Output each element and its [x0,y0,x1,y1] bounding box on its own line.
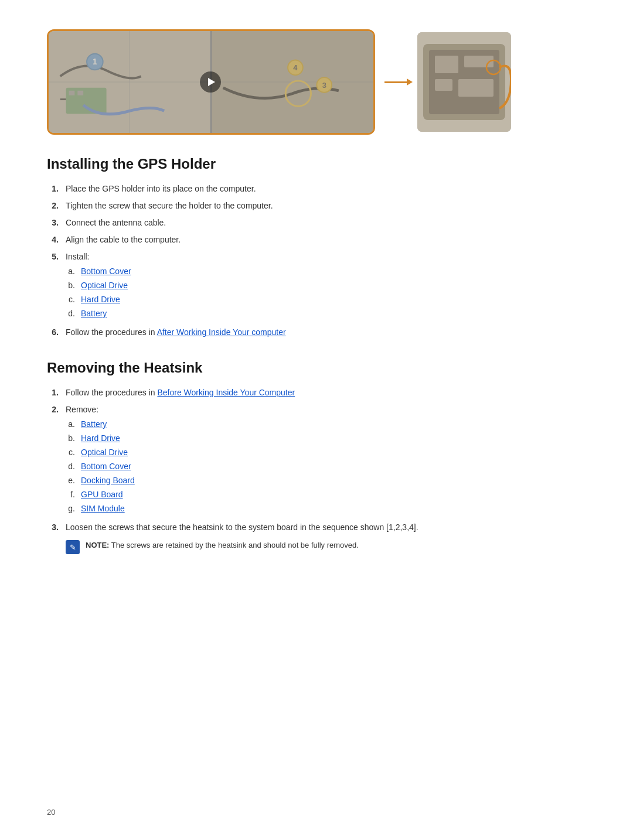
sub-label: b. [66,279,75,292]
main-diagram: 1 3 4 [47,29,375,135]
note-box: NOTE: The screws are retained by the hea… [66,539,586,554]
svg-rect-19 [435,56,458,73]
installing-gps-section: Installing the GPS Holder 1. Place the G… [47,156,586,339]
docking-board-link[interactable]: Docking Board [81,476,135,485]
page-number: 20 [47,808,55,817]
sub-list-item: e. Docking Board [66,474,586,487]
step-num: 3. [47,217,59,229]
sub-item-text: Bottom Cover [81,265,131,278]
removing-heatsink-title: Removing the Heatsink [47,360,586,376]
sub-list-item: b. Optical Drive [66,279,586,292]
diagram-section: 1 3 4 [47,29,586,135]
sub-item-text: Optical Drive [81,279,128,292]
play-icon[interactable] [200,71,221,93]
step-content: Follow the procedures in Before Working … [66,387,586,399]
step-content: Install: a. Bottom Cover b. Optical Driv… [66,251,586,322]
svg-rect-21 [435,79,452,91]
installing-gps-list: 1. Place the GPS holder into its place o… [47,183,586,339]
sub-label: d. [66,460,75,473]
svg-rect-5 [77,91,83,95]
step-num: 3. [47,521,59,534]
note-body: The screws are retained by the heatsink … [111,541,359,549]
note-icon [66,540,80,554]
list-item: 5. Install: a. Bottom Cover b. Optical D… [47,251,586,322]
step-num: 4. [47,234,59,246]
sub-label: d. [66,308,75,320]
svg-text:4: 4 [293,63,298,72]
list-item: 4. Align the cable to the computer. [47,234,586,246]
sim-module-link[interactable]: SIM Module [81,504,125,513]
sub-list-item: b. Hard Drive [66,432,586,445]
step-text: Align the cable to the computer. [66,234,586,246]
step-num: 2. [47,200,59,212]
before-working-link[interactable]: Before Working Inside Your Computer [157,388,295,397]
list-item: 1. Follow the procedures in Before Worki… [47,387,586,399]
step-content: Follow the procedures in After Working I… [66,326,586,339]
diagram-right-panel: 3 4 [212,31,373,133]
sub-label: c. [66,446,75,459]
diagram-left-panel: 1 [49,31,212,133]
step-num: 2. [47,404,59,517]
list-item: 2. Tighten the screw that secure the hol… [47,200,586,212]
svg-rect-22 [458,79,494,97]
sub-label: a. [66,418,75,431]
sub-list: a. Bottom Cover b. Optical Drive c. Hard… [66,265,586,320]
sub-item-text: Hard Drive [81,293,120,306]
hard-drive-link[interactable]: Hard Drive [81,295,120,304]
list-item: 6. Follow the procedures in After Workin… [47,326,586,339]
list-item: 2. Remove: a. Battery b. Hard Drive c. O… [47,404,586,517]
sub-list-item: d. Battery [66,308,586,320]
sub-item-text: Bottom Cover [81,460,131,473]
optical-drive-link[interactable]: Optical Drive [81,281,128,290]
optical-drive-link-remove[interactable]: Optical Drive [81,448,128,457]
step-text: Remove: [66,405,98,414]
arrow-connector [384,81,408,83]
step-text: Follow the procedures in [66,327,157,337]
step-num: 1. [47,183,59,195]
step-num: 6. [47,326,59,339]
sub-item-text: Optical Drive [81,446,128,459]
sub-item-text: SIM Module [81,503,125,515]
step-content: Remove: a. Battery b. Hard Drive c. Opti… [66,404,586,517]
step-num: 1. [47,387,59,399]
list-item: 3. Connect the antenna cable. [47,217,586,229]
hard-drive-link-remove[interactable]: Hard Drive [81,433,120,443]
step-text: Install: [66,252,89,261]
step-text: Loosen the screws that secure the heatsi… [66,521,586,534]
step-text: Follow the procedures in [66,388,157,397]
step-text: Tighten the screw that secure the holder… [66,200,586,212]
side-diagram [417,32,511,132]
sub-list: a. Battery b. Hard Drive c. Optical Driv… [66,418,586,515]
sub-label: f. [66,489,75,501]
sub-list-item: a. Bottom Cover [66,265,586,278]
sub-list-item: c. Optical Drive [66,446,586,459]
svg-text:1: 1 [93,57,97,66]
battery-link-install[interactable]: Battery [81,309,107,318]
after-working-link[interactable]: After Working Inside Your computer [157,327,286,337]
step-text: Place the GPS holder into its place on t… [66,183,586,195]
sub-item-text: GPU Board [81,489,123,501]
sub-list-item: f. GPU Board [66,489,586,501]
installing-gps-title: Installing the GPS Holder [47,156,586,172]
sub-item-text: Battery [81,418,107,431]
bottom-cover-link[interactable]: Bottom Cover [81,267,131,276]
removing-heatsink-section: Removing the Heatsink 1. Follow the proc… [47,360,586,554]
sub-list-item: c. Hard Drive [66,293,586,306]
step-num: 5. [47,251,59,322]
sub-label: c. [66,293,75,306]
sub-item-text: Battery [81,308,107,320]
list-item: 1. Place the GPS holder into its place o… [47,183,586,195]
gpu-board-link[interactable]: GPU Board [81,490,123,499]
svg-text:3: 3 [322,81,326,90]
sub-item-text: Docking Board [81,474,135,487]
sub-list-item: g. SIM Module [66,503,586,515]
battery-link-remove[interactable]: Battery [81,419,107,429]
sub-label: b. [66,432,75,445]
svg-rect-4 [69,91,75,95]
removing-heatsink-list: 1. Follow the procedures in Before Worki… [47,387,586,534]
sub-label: g. [66,503,75,515]
list-item: 3. Loosen the screws that secure the hea… [47,521,586,534]
note-text: NOTE: The screws are retained by the hea… [86,539,359,551]
bottom-cover-link-remove[interactable]: Bottom Cover [81,462,131,471]
note-label: NOTE: [86,541,109,549]
